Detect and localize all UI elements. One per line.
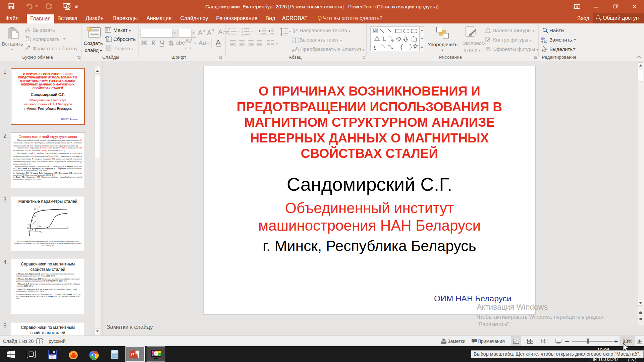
svg-text:H: H	[67, 226, 68, 228]
svg-text:-Hc: -Hc	[28, 223, 30, 226]
svg-text:3: 3	[241, 33, 243, 36]
svg-text:1: 1	[46, 222, 47, 224]
svg-text:M: M	[39, 206, 40, 208]
svg-text:2: 2	[241, 30, 243, 33]
svg-text:REC: REC	[155, 353, 158, 355]
svg-text:A: A	[373, 29, 375, 33]
svg-text:P: P	[131, 352, 134, 357]
svg-text:Mr: Mr	[34, 215, 37, 218]
svg-text:1: 1	[241, 27, 243, 30]
svg-text:ac: ac	[544, 40, 547, 43]
svg-text:2: 2	[32, 219, 33, 221]
svg-text:3: 3	[35, 229, 36, 231]
svg-text:-Mоб: -Mоб	[39, 231, 43, 233]
svg-text:64: 64	[51, 357, 53, 359]
svg-text:A: A	[296, 28, 298, 33]
svg-text:Mоб: Mоб	[39, 225, 42, 227]
svg-text:8: 8	[115, 351, 116, 354]
svg-text:-Hr: -Hr	[27, 226, 30, 229]
svg-text:Ms: Ms	[34, 208, 37, 210]
